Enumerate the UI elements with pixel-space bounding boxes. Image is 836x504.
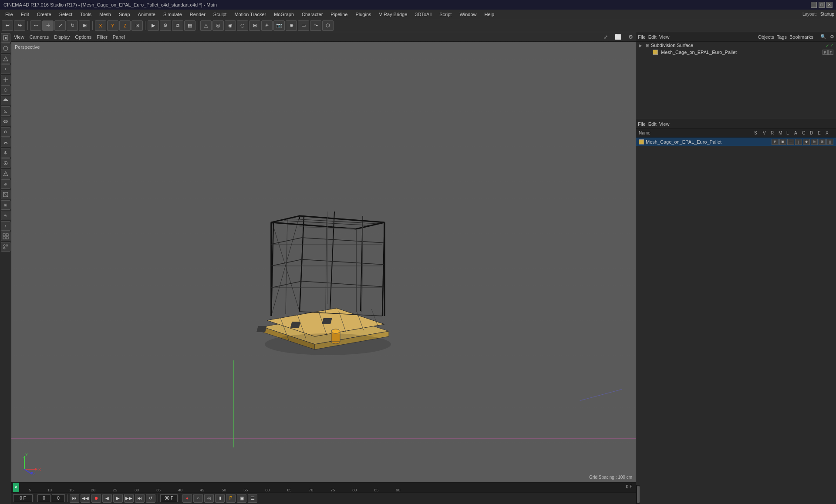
obj-filter-icon[interactable]: ⚙: [830, 34, 834, 40]
animate-btn-2[interactable]: ○: [193, 494, 203, 503]
null-object-button[interactable]: ⊕: [286, 20, 297, 31]
tool-21-button[interactable]: [1, 242, 10, 252]
select-tool-button[interactable]: ⊹: [30, 20, 41, 31]
play-last-button[interactable]: ⏭: [135, 494, 145, 503]
vp-cameras-menu[interactable]: Cameras: [30, 34, 49, 40]
minimize-button[interactable]: —: [811, 2, 817, 8]
move-tool-button[interactable]: ✛: [42, 20, 54, 31]
obj-item-subdivision[interactable]: ▶ ⊞ Subdivision Surface ✓ ✓: [636, 42, 836, 49]
menu-window[interactable]: Window: [456, 11, 480, 18]
record-button[interactable]: ⏺: [91, 494, 101, 503]
render-settings-button[interactable]: ⚙: [160, 20, 171, 31]
obj-search-icon[interactable]: 🔍: [820, 34, 826, 40]
tool-14-button[interactable]: [1, 169, 10, 178]
current-frame-input[interactable]: [13, 494, 33, 502]
attr-icon-7[interactable]: ⊞: [819, 139, 826, 145]
fps-input[interactable]: [160, 494, 178, 502]
attr-file-menu[interactable]: File: [638, 121, 646, 127]
menu-simulate[interactable]: Simulate: [160, 11, 185, 18]
polygon-object-button[interactable]: △: [200, 20, 212, 31]
menu-motiontracker[interactable]: Motion Tracker: [231, 11, 270, 18]
object-mode-button[interactable]: X: [95, 20, 106, 31]
attr-view-menu[interactable]: View: [659, 121, 670, 127]
tool-11-button[interactable]: [1, 138, 10, 147]
vp-settings-icon[interactable]: ⚙: [628, 34, 633, 40]
vp-filter-menu[interactable]: Filter: [97, 34, 107, 40]
transform-button[interactable]: ⊞: [79, 20, 90, 31]
obj-edit-menu[interactable]: Edit: [648, 34, 657, 40]
menu-create[interactable]: Create: [34, 11, 55, 18]
tool-1-button[interactable]: [1, 33, 10, 43]
field-button[interactable]: ◌: [237, 20, 248, 31]
bend-button[interactable]: 〜: [310, 20, 321, 31]
play-first-button[interactable]: ⏮: [70, 494, 79, 503]
menu-vraybridge[interactable]: V-Ray Bridge: [376, 11, 411, 18]
nurbs-button[interactable]: ◎: [212, 20, 224, 31]
menu-character[interactable]: Character: [298, 11, 326, 18]
tool-2-button[interactable]: [1, 44, 10, 53]
menu-select[interactable]: Select: [56, 11, 76, 18]
check-2[interactable]: ✓: [830, 43, 833, 48]
tool-18-button[interactable]: ∿: [1, 211, 10, 220]
right-scrollbar[interactable]: [636, 485, 640, 504]
animate-btn-1[interactable]: ●: [182, 494, 192, 503]
vp-display-menu[interactable]: Display: [54, 34, 70, 40]
frame-offset-input[interactable]: [52, 494, 65, 502]
render-view-button[interactable]: ▶: [148, 20, 159, 31]
obj-objects-menu[interactable]: Objects: [758, 34, 774, 40]
menu-help[interactable]: Help: [481, 11, 498, 18]
menu-tools[interactable]: Tools: [77, 11, 95, 18]
menu-mesh[interactable]: Mesh: [96, 11, 115, 18]
menu-mograph[interactable]: MoGraph: [270, 11, 297, 18]
tool-9-button[interactable]: [1, 117, 10, 126]
vp-zoom-fit-icon[interactable]: ⤢: [603, 34, 608, 40]
tool-13-button[interactable]: [1, 158, 10, 168]
menu-snap[interactable]: Snap: [115, 11, 134, 18]
tool-10-button[interactable]: ⊙: [1, 127, 10, 137]
vp-maximize-icon[interactable]: ⬜: [615, 34, 621, 40]
obj-bookmarks-menu[interactable]: Bookmarks: [789, 34, 813, 40]
animate-btn-6[interactable]: ▣: [237, 494, 246, 503]
menu-script[interactable]: Script: [436, 11, 455, 18]
animate-btn-4[interactable]: ⏸: [215, 494, 225, 503]
tool-6-button[interactable]: ⬡: [1, 85, 10, 95]
tool-20-button[interactable]: [1, 232, 10, 241]
play-forward-button[interactable]: ▶▶: [124, 494, 134, 503]
play-back-button[interactable]: ◀: [102, 494, 112, 503]
generator-button[interactable]: ⊞: [249, 20, 260, 31]
attr-icon-6[interactable]: ⊵: [811, 139, 818, 145]
attr-row-mesh-cage[interactable]: Mesh_Cage_on_EPAL_Euro_Pallet P ▣ — | ◆ …: [636, 138, 836, 146]
light-button[interactable]: ☀: [261, 20, 273, 31]
attr-edit-menu[interactable]: Edit: [648, 121, 657, 127]
viewport[interactable]: Perspective: [11, 42, 636, 482]
undo-button[interactable]: ↩: [2, 20, 13, 31]
check-1[interactable]: ✓: [826, 43, 829, 48]
obj-file-menu[interactable]: File: [638, 34, 646, 40]
edge-mode-button[interactable]: Y: [107, 20, 118, 31]
scale-tool-button[interactable]: ⤢: [54, 20, 66, 31]
obj-tags-menu[interactable]: Tags: [777, 34, 787, 40]
menu-edit[interactable]: Edit: [17, 11, 33, 18]
attr-icon-8[interactable]: ||: [826, 139, 833, 145]
menu-3dtoall[interactable]: 3DToAll: [411, 11, 435, 18]
vp-view-menu[interactable]: View: [14, 34, 24, 40]
tool-19-button[interactable]: ↕: [1, 221, 10, 231]
menu-file[interactable]: File: [2, 11, 17, 18]
menu-plugins[interactable]: Plugins: [352, 11, 374, 18]
tag-2[interactable]: T: [828, 50, 833, 55]
tool-17-button[interactable]: ⊞: [1, 200, 10, 210]
floor-button[interactable]: ▭: [298, 20, 309, 31]
play-button[interactable]: ▶: [113, 494, 123, 503]
uvw-mode-button[interactable]: ⊡: [131, 20, 143, 31]
menu-render[interactable]: Render: [186, 11, 209, 18]
attr-icon-2[interactable]: ▣: [779, 139, 786, 145]
animate-btn-5[interactable]: P: [226, 494, 236, 503]
animate-btn-7[interactable]: ☰: [248, 494, 257, 503]
obj-item-mesh-cage[interactable]: Mesh_Cage_on_EPAL_Euro_Pallet P T: [636, 49, 836, 56]
play-prev-button[interactable]: ◀◀: [81, 494, 90, 503]
redo-button[interactable]: ↪: [14, 20, 25, 31]
camera-button[interactable]: 📷: [273, 20, 285, 31]
deformer-button[interactable]: ◉: [225, 20, 236, 31]
close-button[interactable]: ✕: [826, 2, 833, 8]
tool-5-button[interactable]: [1, 75, 10, 84]
